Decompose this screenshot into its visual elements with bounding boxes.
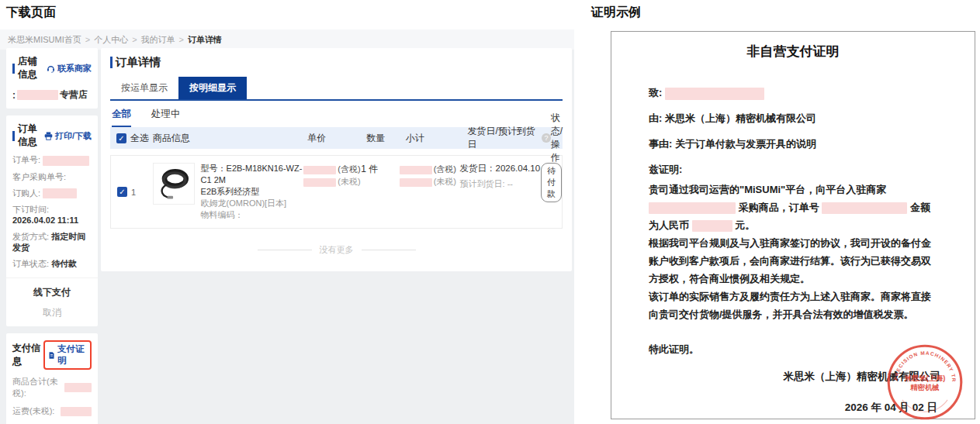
cert-paragraph-2: 根据我司平台规则及与入驻商家签订的协议，我司开设的备付金账户收到客户款项后，会向… [649,234,937,288]
blue-accent-bar [110,57,113,68]
subtotal-no-tax: (未税) [400,175,460,188]
cert-company-signature: 米思米（上海）精密机械有限公司 [784,370,941,384]
subtab-all[interactable]: 全部 [112,108,131,127]
items-table-header: 全选 商品信息 单价 数量 小计 发货日/预计到货日 状态/操作 [110,127,563,149]
order-sidebar: 店铺信息 联系商家 : 专营店 订单信息 打印/下载 [6,48,98,424]
product-model[interactable]: 型号：E2B-M18KN16-WZ-C1 2M [201,163,304,186]
help-icon[interactable] [542,133,550,143]
row-index: 1 [131,188,136,197]
table-row: 1 型号：E2B-M18KN16-WZ-C1 2M E2B系列经济型 欧姆龙(O… [110,155,563,229]
cable-coil-image [154,164,194,204]
col-unit-price: 单价 [307,132,366,145]
unit-price-no-tax: (未税) [303,175,361,188]
breadcrumb-separator: > [179,35,184,44]
printer-icon [44,132,53,140]
headset-icon [47,64,55,73]
col-quantity: 数量 [366,132,406,145]
divider [362,250,416,250]
tab-by-detail[interactable]: 按明细显示 [178,77,247,99]
customer-po-field: 客户采购单号: [12,171,92,182]
col-select-all: 全选 [130,132,149,145]
download-page-heading: 下载页面 [6,5,56,21]
cert-date: 2026 年 04 月 02 日 [845,401,937,415]
order-number-field: 订单号: [12,154,92,166]
subtotal-notax-row: 商品合计(未税): [12,376,92,399]
shipping-method-field: 发货方式: 指定时间发货 [12,231,92,253]
breadcrumb: 米思米MISUMI首页>个人中心>我的订单>订单详情 [0,29,574,50]
download-page-screenshot: 米思米MISUMI首页>个人中心>我的订单>订单详情 店铺信息 联系商家 : 专… [0,29,574,424]
tab-by-waybill[interactable]: 按运单显示 [110,77,178,99]
redacted-price [303,178,336,187]
redacted-orderer [43,188,77,198]
breadcrumb-separator: > [85,35,90,44]
row-checkbox[interactable] [117,187,127,197]
blue-accent-bar [12,64,15,74]
print-download-label: 打印/下载 [55,130,92,142]
redacted-merchant [649,202,736,214]
redacted-amount [64,383,92,392]
pay-offline-button[interactable]: 线下支付 [12,286,92,299]
product-image[interactable] [153,163,195,205]
redacted-price [400,178,432,187]
breadcrumb-account[interactable]: 个人中心 [94,35,128,44]
col-subtotal: 小计 [406,132,468,145]
divider [6,277,98,278]
payment-certificate-button[interactable]: 支付证明 [43,340,92,370]
cert-closing: 特此证明。 [649,342,937,357]
store-info-title: 店铺信息 [18,55,47,81]
status-badge: 待付款 [541,163,562,202]
subtotal-with-tax: (含税) [400,163,460,175]
no-more-indicator: 没有更多 [110,244,563,256]
breadcrumb-home[interactable]: 米思米MISUMI首页 [8,35,81,44]
redacted-store-name [17,90,58,100]
cert-attest-line: 兹证明: [649,162,937,178]
order-detail-panel: 订单详情 按运单显示 按明细显示 全部 处理中 全选 商品信息 单价 数量 小计… [101,48,572,271]
store-name[interactable]: : 专营店 [12,88,92,102]
certificate-example-heading: 证明示例 [591,5,641,21]
redacted-price [400,166,432,174]
blue-accent-bar [12,131,15,141]
stamp-inner-text-2: 精密机械 [909,383,939,391]
redacted-order-number [43,156,89,166]
contact-seller-label: 联系商家 [57,63,92,74]
redacted-order-number [822,202,907,214]
redacted-price [303,166,336,174]
breadcrumb-orders[interactable]: 我的订单 [141,35,175,44]
ship-date: 发货日：2026.04.10 [460,163,541,174]
display-mode-tabs: 按运单显示 按明细显示 [110,77,563,101]
shipping-notax-row: 运费(未税): [12,405,92,417]
cert-paragraph-3: 该订单的实际销售方及履约责任方为上述入驻商家。商家将直接向贵司交付货物/提供服务… [649,288,937,323]
select-all-checkbox[interactable] [116,133,126,143]
payment-info-title: 支付信息 [12,342,43,368]
certificate-title: 非自营支付证明 [649,43,937,60]
print-download-link[interactable]: 打印/下载 [44,130,92,142]
status-filter-tabs: 全部 处理中 [110,101,563,127]
breadcrumb-order-detail: 订单详情 [188,35,222,44]
redacted-recipient [665,88,764,100]
redacted-amount [61,407,92,416]
store-name-suffix: 专营店 [60,88,88,102]
product-material-code: 物料编码： [201,209,304,221]
store-name-prefix: : [12,90,16,101]
cancel-order-button[interactable]: 取消 [12,306,92,319]
cert-from-line: 由: 米思米（上海）精密机械有限公司 [649,111,937,126]
no-more-label: 没有更多 [320,244,354,256]
document-icon [48,351,55,360]
store-info-card: 店铺信息 联系商家 : 专营店 [6,48,98,109]
col-ship-date: 发货日/预计到货日 [468,125,540,151]
cert-subject-line: 事由: 关于订单付款与发票开具的说明 [649,136,937,152]
contact-seller-link[interactable]: 联系商家 [47,63,92,74]
item-quantity: 1 件 [361,163,399,176]
unit-price-with-tax: (含税) [303,163,361,175]
subtab-processing[interactable]: 处理中 [151,108,181,127]
order-time-field: 下订时间: 2026.04.02 11:11 [12,204,92,226]
col-status-action: 状态/操作 [551,112,563,164]
store-info-title-wrap: 店铺信息 [12,55,47,81]
payment-info-card: 支付信息 支付证明 商品合计(未税): 运费(未税): 总金额(未税): 总税额… [6,333,98,424]
product-brand: 欧姆龙(OMRON)[日本] [201,198,304,209]
orderer-field: 订购人: [12,188,92,199]
product-series: E2B系列经济型 [201,186,304,198]
order-info-title: 订单信息 [18,122,44,149]
cert-paragraph-1: 贵司通过我司运营的"MiSUMi"平台，向平台入驻商家 采购商品，订单号 金额为… [649,181,937,234]
payment-certificate-label: 支付证明 [57,343,87,367]
